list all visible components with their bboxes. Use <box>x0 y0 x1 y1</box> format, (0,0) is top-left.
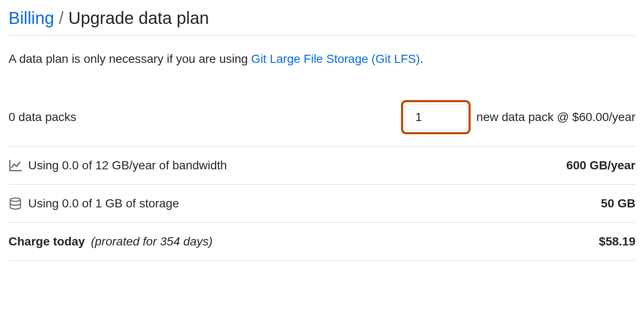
storage-row: Using 0.0 of 1 GB of storage 50 GB <box>9 185 635 223</box>
data-packs-row: 0 data packs new data pack @ $60.00/year <box>9 100 635 147</box>
description-prefix: A data plan is only necessary if you are… <box>9 52 251 65</box>
svg-point-0 <box>10 198 20 201</box>
billing-link[interactable]: Billing <box>9 9 54 27</box>
bandwidth-row: Using 0.0 of 12 GB/year of bandwidth 600… <box>9 147 635 185</box>
storage-quota: 50 GB <box>601 197 635 210</box>
charge-label: Charge today <box>9 235 85 248</box>
page-title: Upgrade data plan <box>68 9 209 27</box>
data-packs-input[interactable] <box>405 104 467 130</box>
description-suffix: . <box>420 52 423 65</box>
bandwidth-quota: 600 GB/year <box>566 159 635 172</box>
bandwidth-usage: Using 0.0 of 12 GB/year of bandwidth <box>28 159 227 172</box>
page-header: Billing / Upgrade data plan <box>9 9 635 36</box>
data-pack-price-label: new data pack @ $60.00/year <box>477 110 635 124</box>
git-lfs-link[interactable]: Git Large File Storage (Git LFS) <box>251 52 420 65</box>
charge-prorated: (prorated for 354 days) <box>91 235 213 248</box>
charge-row: Charge today (prorated for 354 days) $58… <box>9 223 635 261</box>
database-icon <box>9 197 22 210</box>
graph-icon <box>9 159 22 172</box>
description-text: A data plan is only necessary if you are… <box>9 52 635 66</box>
input-highlight-box <box>401 100 471 134</box>
breadcrumb-separator: / <box>54 9 68 27</box>
charge-amount: $58.19 <box>599 235 635 248</box>
current-data-packs: 0 data packs <box>9 110 76 124</box>
storage-usage: Using 0.0 of 1 GB of storage <box>28 197 179 210</box>
